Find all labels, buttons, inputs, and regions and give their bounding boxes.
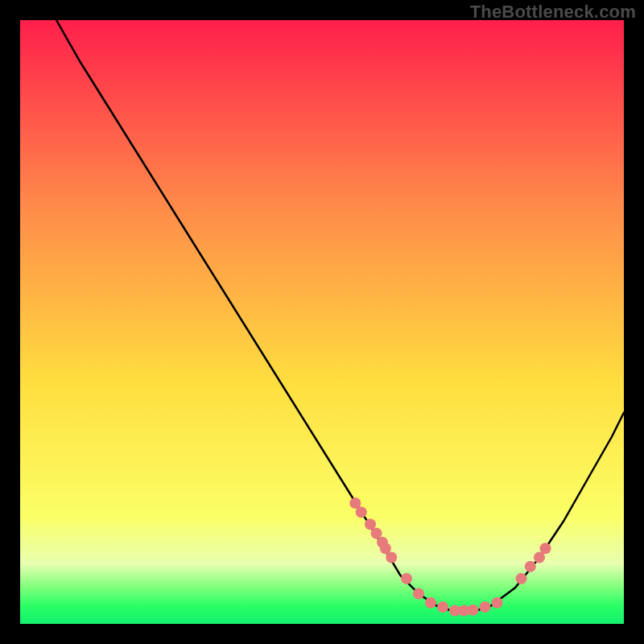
data-point xyxy=(468,605,479,616)
data-point xyxy=(356,506,367,518)
data-point xyxy=(413,588,424,600)
data-point xyxy=(425,597,436,609)
chart-frame xyxy=(20,20,624,624)
data-point xyxy=(516,573,527,584)
data-point xyxy=(401,573,412,584)
data-point xyxy=(540,543,551,554)
watermark-text: TheBottleneck.com xyxy=(470,2,636,23)
data-point xyxy=(480,601,491,613)
chart-canvas xyxy=(20,20,624,624)
data-point xyxy=(525,561,536,572)
data-point xyxy=(492,597,503,609)
data-point xyxy=(386,552,397,564)
data-point xyxy=(437,601,448,613)
